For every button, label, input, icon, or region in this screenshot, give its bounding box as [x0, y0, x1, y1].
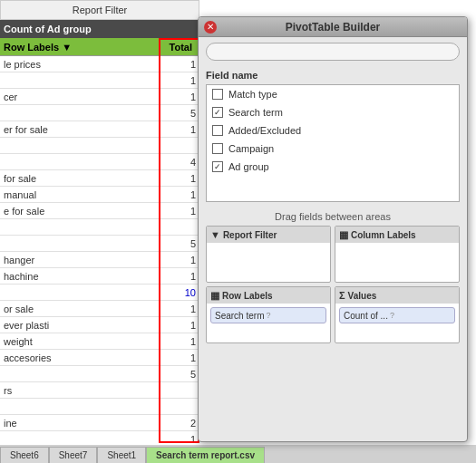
cell-value: 5 [163, 369, 199, 380]
table-row: ever plasti1 [0, 317, 199, 333]
table-row: cer1 [0, 89, 199, 105]
pivot-header: Count of Ad group [0, 20, 199, 38]
field-label: Ad group [228, 161, 269, 172]
cell-value: 5 [163, 238, 199, 249]
cell-value: 1 [163, 124, 199, 135]
bottom-tabs: Sheet6Sheet7Sheet1Search term report.csv [0, 445, 476, 463]
table-row: manual1 [0, 187, 199, 203]
table-row: hanger1 [0, 252, 199, 268]
cell-label: cer [0, 92, 163, 102]
cell-label: weight [0, 336, 163, 347]
area-report-filter-content[interactable] [207, 243, 330, 283]
tab-sheet7[interactable]: Sheet7 [49, 447, 98, 463]
report-filter-label: Report Filter [73, 5, 128, 15]
field-checkbox[interactable] [212, 107, 223, 118]
areas-grid: ▼ Report Filter ▦ Column Labels ▦ Row La… [199, 226, 467, 343]
cell-label: ever plasti [0, 320, 163, 331]
close-button[interactable]: ✕ [204, 21, 217, 34]
tab-sheet1[interactable]: Sheet1 [97, 447, 146, 463]
cell-label: or sale [0, 304, 163, 314]
area-report-filter-label: Report Filter [223, 230, 277, 240]
field-item[interactable]: Match type [207, 85, 459, 103]
row-labels-chip-question[interactable]: ? [266, 311, 270, 320]
total-header: Total [160, 42, 196, 53]
row-labels-chip[interactable]: Search term ? [210, 307, 326, 323]
tab-search-term-report.csv[interactable]: Search term report.csv [146, 447, 265, 463]
table-row: rs [0, 382, 199, 399]
table-row: weight1 [0, 333, 199, 350]
area-row-labels-content[interactable]: Search term ? [207, 304, 330, 343]
field-item[interactable]: Added/Excluded [207, 121, 459, 140]
cell-label: er for sale [0, 124, 163, 135]
pivot-rows: le prices11cer15er for sale14for sale1ma… [0, 56, 199, 463]
values-chip[interactable]: Count of ... ? [339, 307, 455, 323]
area-report-filter: ▼ Report Filter [206, 226, 331, 283]
pivot-builder-titlebar: ✕ PivotTable Builder [199, 17, 467, 37]
field-item[interactable]: Ad group [207, 158, 459, 176]
pivot-builder-title: PivotTable Builder [222, 21, 443, 34]
cell-value: 1 [163, 352, 199, 363]
table-row: 5 [0, 236, 199, 252]
table-row: e for sale1 [0, 203, 199, 219]
search-input[interactable] [206, 43, 460, 61]
area-column-labels-content[interactable] [335, 243, 459, 283]
area-values-content[interactable]: Count of ... ? [335, 304, 459, 343]
field-label: Match type [228, 89, 277, 100]
table-row: 5 [0, 105, 199, 121]
area-report-filter-header: ▼ Report Filter [207, 227, 330, 243]
field-checkbox[interactable] [212, 161, 223, 172]
pivot-builder-panel: ✕ PivotTable Builder Field name Match ty… [198, 16, 468, 442]
area-row-labels-label: Row Labels [222, 291, 273, 301]
cell-value: 1 [163, 75, 199, 86]
area-column-labels-label: Column Labels [351, 230, 416, 240]
table-row: or sale1 [0, 301, 199, 317]
cell-label: hanger [0, 255, 163, 265]
table-row: le prices1 [0, 56, 199, 72]
area-column-labels-header: ▦ Column Labels [335, 227, 459, 243]
table-row: 5 [0, 366, 199, 382]
field-checkbox[interactable] [212, 89, 223, 100]
table-row: 1 [0, 72, 199, 89]
drag-fields-label: Drag fields between areas [199, 206, 467, 226]
row-labels-header: Row Labels ▼ [4, 42, 160, 53]
values-chip-question[interactable]: ? [390, 311, 394, 320]
cell-label: ine [0, 418, 163, 429]
field-list: Match typeSearch termAdded/ExcludedCampa… [206, 84, 460, 202]
field-item[interactable]: Search term [207, 103, 459, 121]
row-icon: ▦ [210, 290, 219, 302]
cell-value: 1 [163, 173, 199, 184]
cell-value: 1 [163, 206, 199, 217]
pivot-subheader: Row Labels ▼ Total [0, 38, 199, 56]
field-label: Search term [228, 107, 283, 118]
cell-value: 1 [163, 255, 199, 265]
area-row-labels: ▦ Row Labels Search term ? [206, 286, 331, 343]
cell-label: rs [0, 385, 163, 396]
row-labels-chip-label: Search term [215, 311, 264, 321]
values-chip-label: Count of ... [344, 311, 388, 321]
area-values: Σ Values Count of ... ? [335, 286, 460, 343]
tab-sheet6[interactable]: Sheet6 [0, 447, 49, 463]
table-row: hachine1 [0, 268, 199, 285]
cell-label: for sale [0, 173, 163, 184]
grid-area: Count of Ad group Row Labels ▼ Total le … [0, 20, 199, 463]
cell-value: 1 [163, 59, 199, 70]
report-filter-bar: Report Filter [0, 0, 199, 20]
table-row: er for sale1 [0, 121, 199, 138]
table-row: 4 [0, 154, 199, 170]
area-row-labels-header: ▦ Row Labels [207, 287, 330, 304]
area-values-label: Values [348, 291, 377, 301]
filter-icon: ▼ [210, 229, 220, 240]
field-label: Campaign [228, 143, 274, 154]
field-item[interactable]: Campaign [207, 140, 459, 158]
table-row: 10 [0, 285, 199, 301]
field-checkbox[interactable] [212, 125, 223, 136]
table-row: accesories1 [0, 350, 199, 366]
cell-value: 1 [163, 92, 199, 102]
cell-value: 1 [163, 304, 199, 314]
area-values-header: Σ Values [335, 287, 459, 304]
table-row [0, 138, 199, 154]
field-checkbox[interactable] [212, 143, 223, 154]
table-row [0, 219, 199, 236]
cell-value: 10 [163, 287, 199, 298]
cell-value: 5 [163, 108, 199, 119]
